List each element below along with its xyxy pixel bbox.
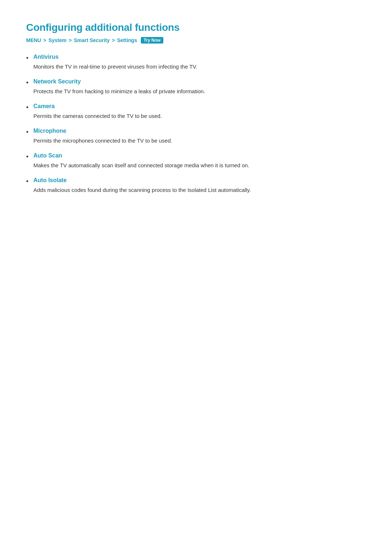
breadcrumb-separator-1: >: [43, 37, 46, 43]
list-item: MicrophonePermits the microphones connec…: [26, 128, 366, 145]
breadcrumb-menu: MENU: [26, 37, 41, 43]
item-title-5: Auto Isolate: [33, 177, 366, 184]
breadcrumb-system: System: [48, 37, 66, 43]
breadcrumb-separator-3: >: [112, 37, 115, 43]
item-description-4: Makes the TV automatically scan itself a…: [33, 162, 249, 168]
breadcrumb-smart-security: Smart Security: [74, 37, 110, 43]
item-title-4: Auto Scan: [33, 152, 366, 159]
item-title-0: Antivirus: [33, 54, 366, 60]
feature-list: AntivirusMonitors the TV in real-time to…: [26, 54, 366, 194]
list-item: CameraPermits the cameras connected to t…: [26, 103, 366, 120]
item-description-2: Permits the cameras connected to the TV …: [33, 113, 162, 119]
breadcrumb-settings: Settings: [117, 37, 137, 43]
list-item: Auto IsolateAdds malicious codes found d…: [26, 177, 366, 194]
item-title-1: Network Security: [33, 78, 366, 85]
breadcrumb: MENU > System > Smart Security > Setting…: [26, 37, 366, 44]
item-title-3: Microphone: [33, 128, 366, 134]
list-item: Network SecurityProtects the TV from hac…: [26, 78, 366, 96]
item-description-0: Monitors the TV in real-time to prevent …: [33, 63, 197, 70]
breadcrumb-separator-2: >: [69, 37, 72, 43]
list-item: AntivirusMonitors the TV in real-time to…: [26, 54, 366, 71]
item-description-1: Protects the TV from hacking to minimize…: [33, 88, 205, 94]
page-title: Configuring additional functions: [26, 22, 366, 33]
item-description-5: Adds malicious codes found during the sc…: [33, 187, 251, 193]
try-now-badge[interactable]: Try Now: [141, 37, 164, 44]
item-description-3: Permits the microphones connected to the…: [33, 138, 172, 144]
item-title-2: Camera: [33, 103, 366, 110]
list-item: Auto ScanMakes the TV automatically scan…: [26, 152, 366, 170]
